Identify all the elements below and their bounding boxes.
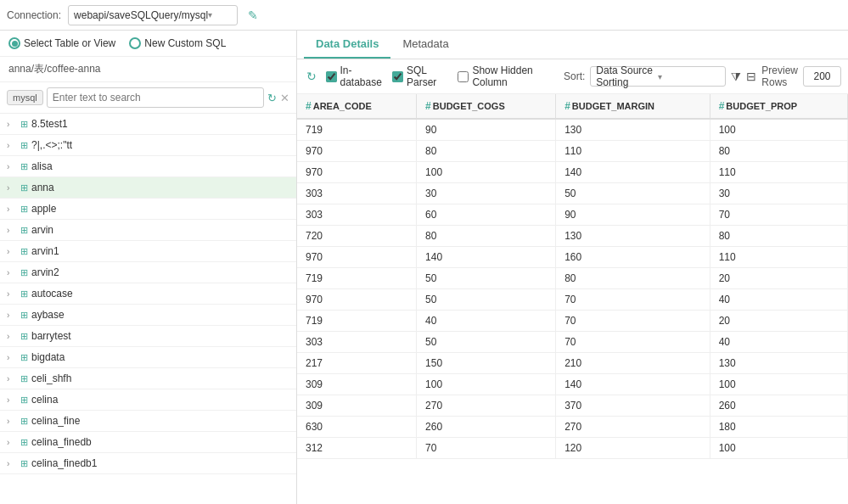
sort-section: Sort: Data Source Sorting ▾ ⧩ ⊟ Preview …	[564, 64, 841, 88]
tree-item[interactable]: › ⊞ celi_shfh	[0, 368, 296, 389]
tree-item[interactable]: › ⊞ celina_finedb	[0, 432, 296, 453]
left-panel: Select Table or View New Custom SQL anna…	[0, 31, 297, 504]
table-cell: 110	[556, 141, 710, 162]
chevron-right-icon: ›	[7, 162, 20, 171]
in-database-checkbox[interactable]	[326, 71, 337, 82]
table-row: 303507040	[297, 332, 848, 353]
radio-dot-selected	[8, 37, 20, 49]
chevron-right-icon: ›	[7, 311, 20, 320]
table-cell: 130	[710, 353, 847, 374]
table-cell: 140	[417, 247, 556, 268]
table-icon: ⊞	[20, 267, 28, 278]
table-cell: 719	[297, 311, 417, 332]
tree-item-label: celina_finedb1	[31, 457, 97, 469]
table-icon: ⊞	[20, 395, 28, 406]
tree-item[interactable]: › ⊞ anna	[0, 177, 296, 199]
tree-item[interactable]: › ⊞ celina	[0, 389, 296, 411]
tree-item-label: celina_fine	[31, 415, 80, 427]
table-cell: 50	[417, 332, 556, 353]
tree-item[interactable]: › ⊞ arvin	[0, 220, 296, 241]
table-row: 309100140100	[297, 374, 848, 395]
table-cell: 630	[297, 417, 417, 438]
table-cell: 50	[556, 183, 710, 204]
filter-icon[interactable]: ⧩	[731, 70, 741, 84]
settings-icon[interactable]: ⊟	[746, 70, 756, 83]
show-hidden-checkbox[interactable]	[458, 71, 469, 82]
tree-item[interactable]: › ⊞ alisa	[0, 156, 296, 177]
connection-value: webapi/saveSQLQuery/mysql	[74, 9, 208, 21]
hash-icon: #	[564, 100, 570, 112]
tree-item[interactable]: › ⊞ arvin1	[0, 241, 296, 262]
table-cell: 40	[417, 311, 556, 332]
sort-value: Data Source Sorting	[596, 64, 658, 88]
tree-item[interactable]: › ⊞ celina_finedb1	[0, 453, 296, 474]
table-icon: ⊞	[20, 204, 28, 215]
refresh-data-icon[interactable]: ↻	[304, 68, 319, 85]
table-cell: 312	[297, 438, 417, 459]
clear-icon[interactable]: ✕	[280, 92, 289, 104]
edit-icon[interactable]: ✎	[248, 8, 258, 22]
show-hidden-checkbox-item: Show Hidden Column	[458, 64, 557, 88]
tree-item[interactable]: › ⊞ barrytest	[0, 326, 296, 347]
table-cell: 70	[556, 332, 710, 353]
table-cell: 50	[417, 289, 556, 311]
table-cell: 100	[710, 438, 847, 459]
table-row: 31270120100	[297, 438, 848, 459]
tree-item-label: barrytest	[31, 330, 71, 342]
chevron-right-icon: ›	[7, 247, 20, 256]
table-row: 630260270180	[297, 417, 848, 438]
chevron-right-icon: ›	[7, 268, 20, 277]
sort-select[interactable]: Data Source Sorting ▾	[590, 66, 726, 87]
tree-item[interactable]: › ⊞ bigdata	[0, 347, 296, 368]
tab-data-details[interactable]: Data Details	[304, 31, 390, 59]
preview-label: Preview Rows	[761, 64, 798, 88]
tree-item[interactable]: › ⊞ celina_fine	[0, 411, 296, 432]
chevron-right-icon: ›	[7, 204, 20, 214]
table-icon: ⊞	[20, 161, 28, 172]
table-cell: 719	[297, 119, 417, 141]
tab-metadata[interactable]: Metadata	[390, 31, 460, 59]
radio-custom-sql[interactable]: New Custom SQL	[129, 37, 226, 49]
table-row: 970140160110	[297, 247, 848, 268]
data-toolbar: ↻ In-database SQL Parser Show Hidden Col…	[297, 59, 848, 94]
tree-item[interactable]: › ⊞ autocase	[0, 283, 296, 305]
tree-item[interactable]: › ⊞ ?|,.<>;:"tt	[0, 135, 296, 156]
table-row: 719407020	[297, 311, 848, 332]
refresh-icon[interactable]: ↻	[267, 92, 277, 104]
tree-item[interactable]: › ⊞ arvin2	[0, 262, 296, 283]
table-cell: 100	[417, 162, 556, 183]
tree-item[interactable]: › ⊞ apple	[0, 199, 296, 220]
radio-dot-unselected	[129, 37, 141, 49]
tree-item-label: celina	[31, 394, 58, 406]
table-cell: 260	[710, 395, 847, 417]
tree-item-label: autocase	[31, 288, 73, 300]
tree-item[interactable]: › ⊞ aybase	[0, 305, 296, 326]
table-row: 719508020	[297, 268, 848, 289]
chevron-right-icon: ›	[7, 395, 20, 405]
tree-item-label: arvin2	[31, 266, 59, 278]
tree-item-label: arvin	[31, 224, 53, 236]
chevron-right-icon: ›	[7, 374, 20, 384]
table-cell: 309	[297, 395, 417, 417]
table-icon: ⊞	[20, 373, 28, 384]
table-cell: 150	[417, 353, 556, 374]
tree-item-label: apple	[31, 203, 56, 215]
table-cell: 970	[297, 162, 417, 183]
sql-parser-checkbox[interactable]	[392, 71, 403, 82]
table-cell: 70	[556, 311, 710, 332]
table-cell: 210	[556, 353, 710, 374]
connection-select[interactable]: webapi/saveSQLQuery/mysql ▾	[68, 5, 238, 25]
table-icon: ⊞	[20, 225, 28, 236]
table-cell: 20	[710, 268, 847, 289]
search-input[interactable]	[53, 92, 258, 104]
sort-chevron-icon: ▾	[658, 72, 720, 81]
tree-item[interactable]: › ⊞ 8.5test1	[0, 114, 296, 135]
table-cell: 303	[297, 332, 417, 353]
sql-parser-label: SQL Parser	[407, 64, 451, 88]
table-icon: ⊞	[20, 182, 28, 193]
preview-rows-input[interactable]	[803, 66, 841, 87]
radio-select-table[interactable]: Select Table or View	[8, 37, 115, 49]
chevron-right-icon: ›	[7, 332, 20, 341]
radio-label-custom-sql: New Custom SQL	[144, 37, 226, 49]
table-cell: 970	[297, 141, 417, 162]
